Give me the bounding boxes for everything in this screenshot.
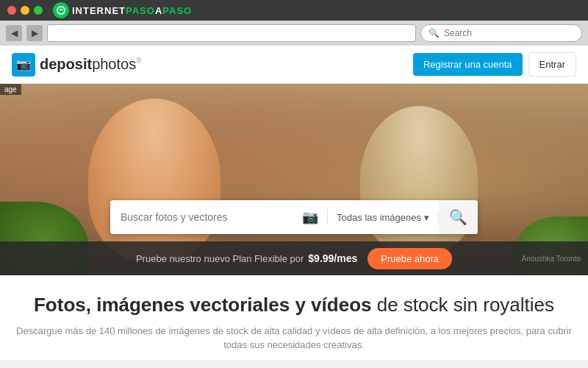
browser-nav-bar: ◀ ▶ 🔍 [0, 21, 588, 46]
headline-part2: de stock sin royalties [377, 294, 554, 316]
register-button[interactable]: Registrar una cuenta [413, 53, 523, 76]
minimize-button[interactable] [21, 6, 29, 15]
logo-icon [53, 2, 69, 18]
main-headline: Fotos, imágenes vectoriales y vídeos de … [12, 293, 576, 318]
promo-banner: Pruebe nuestro nuevo Plan Flexible por $… [0, 241, 588, 275]
logo-text: depositphotos® [40, 56, 142, 73]
brand-paso2: PASO [162, 5, 192, 16]
banner-price: $9.99/mes [308, 252, 357, 264]
depositphotos-logo: 📷 depositphotos® [12, 53, 142, 77]
try-now-button[interactable]: Pruebe ahora [368, 248, 452, 269]
forward-button[interactable]: ▶ [26, 25, 43, 41]
hero-search-bar[interactable]: 📷 Todas las imágenes ▾ 🔍 [110, 200, 478, 234]
image-tag: age [0, 84, 21, 95]
logo-sup: ® [136, 57, 141, 65]
brand-paso1: PASO [126, 5, 155, 16]
search-button[interactable]: 🔍 [439, 200, 478, 234]
brand-internet: INTERNET [72, 5, 126, 16]
title-bar: INTERNETPASOAPASO [0, 0, 588, 21]
browser-search-bar[interactable]: 🔍 [420, 24, 582, 42]
main-subtitle: Descargue más de 140 millones de imágene… [12, 324, 576, 353]
close-button[interactable] [7, 6, 16, 15]
hero-search-input[interactable] [110, 211, 293, 223]
svg-point-0 [57, 7, 65, 14]
child-left-image [88, 99, 220, 261]
filter-label: Todas las imágenes [337, 212, 421, 223]
back-button[interactable]: ◀ [6, 25, 22, 41]
brand-a: A [155, 5, 162, 16]
search-icon: 🔍 [429, 28, 440, 38]
search-input[interactable] [444, 28, 574, 38]
headline-part1: Fotos, imágenes vectoriales y vídeos [34, 294, 372, 316]
brand-name: INTERNETPASOAPASO [72, 5, 192, 16]
hero-section: age 📷 Todas las imágenes ▾ 🔍 Pruebe nues… [0, 84, 588, 275]
chevron-down-icon: ▾ [424, 212, 429, 223]
app-logo: INTERNETPASOAPASO [53, 2, 192, 18]
photo-credit: Anoushka Toronto [522, 255, 581, 263]
main-content: Fotos, imágenes vectoriales y vídeos de … [0, 275, 588, 360]
login-button[interactable]: Entrar [528, 52, 576, 77]
banner-text: Pruebe nuestro nuevo Plan Flexible por [136, 253, 304, 264]
logo-camera-icon: 📷 [12, 53, 35, 77]
site-header: 📷 depositphotos® Registrar una cuenta En… [0, 46, 588, 84]
camera-search-icon[interactable]: 📷 [293, 209, 328, 225]
filter-dropdown[interactable]: Todas las imágenes ▾ [328, 212, 439, 223]
maximize-button[interactable] [34, 6, 43, 15]
address-bar[interactable] [47, 24, 416, 42]
